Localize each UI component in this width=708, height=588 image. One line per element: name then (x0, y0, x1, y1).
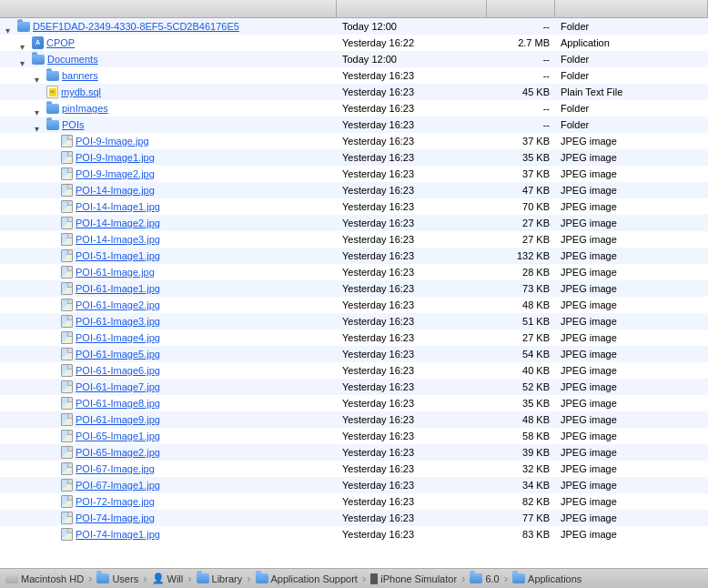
table-row[interactable]: POI-67-Image1.jpgYesterday 16:2334 KBJPE… (0, 477, 708, 493)
jpeg-icon (61, 282, 73, 295)
cell-kind: JPEG image (555, 526, 708, 542)
file-name-link[interactable]: POI-61-Image7.jpg (76, 379, 160, 395)
jpeg-icon (61, 266, 73, 279)
table-row[interactable]: POI-61-Image8.jpgYesterday 16:2335 KBJPE… (0, 395, 708, 411)
table-row[interactable]: POI-14-Image3.jpgYesterday 16:2327 KBJPE… (0, 231, 708, 248)
status-item[interactable]: 👤Will (152, 573, 184, 584)
file-name-link[interactable]: POI-65-Image1.jpg (76, 428, 160, 444)
status-item[interactable]: 6.0 (470, 573, 499, 584)
table-row[interactable]: POI-65-Image1.jpgYesterday 16:2358 KBJPE… (0, 428, 708, 444)
file-name-link[interactable]: POI-67-Image.jpg (76, 461, 155, 477)
table-row[interactable]: POI-61-Image6.jpgYesterday 16:2340 KBJPE… (0, 362, 708, 379)
table-row[interactable]: DocumentsToday 12:00--Folder (0, 51, 708, 67)
file-name-link[interactable]: Documents (47, 51, 98, 67)
cell-date: Yesterday 16:23 (337, 493, 487, 510)
file-name-link[interactable]: POI-65-Image2.jpg (76, 444, 160, 461)
file-name-link[interactable]: POI-14-Image1.jpg (76, 198, 160, 215)
file-name-link[interactable]: POI-67-Image1.jpg (76, 477, 160, 493)
col-header-name[interactable] (0, 0, 337, 17)
status-item[interactable]: Application Support (256, 573, 358, 584)
table-row[interactable]: POI-74-Image1.jpgYesterday 16:2383 KBJPE… (0, 526, 708, 542)
file-name-link[interactable]: POI-61-Image6.jpg (76, 362, 160, 379)
cell-date: Yesterday 16:23 (337, 313, 487, 329)
status-item[interactable]: Macintosh HD (5, 573, 84, 584)
file-name-link[interactable]: POI-14-Image.jpg (76, 182, 155, 198)
table-row[interactable]: POI-61-Image2.jpgYesterday 16:2348 KBJPE… (0, 297, 708, 313)
cell-name: POIs (0, 117, 337, 133)
cell-size: -- (487, 67, 555, 84)
table-row[interactable]: POI-9-Image1.jpgYesterday 16:2335 KBJPEG… (0, 149, 708, 166)
cell-name: POI-74-Image.jpg (0, 510, 337, 526)
cell-size: 2.7 MB (487, 35, 555, 51)
col-header-date[interactable] (337, 0, 487, 17)
file-name-link[interactable]: POI-9-Image1.jpg (76, 149, 155, 166)
file-name-link[interactable]: pinImages (62, 100, 108, 117)
table-row[interactable]: POI-9-Image.jpgYesterday 16:2337 KBJPEG … (0, 133, 708, 149)
file-name-link[interactable]: banners (62, 67, 98, 84)
file-name-link[interactable]: POI-51-Image1.jpg (76, 248, 160, 264)
file-name-link[interactable]: POI-61-Image5.jpg (76, 346, 160, 362)
table-row[interactable]: POI-61-Image.jpgYesterday 16:2328 KBJPEG… (0, 264, 708, 280)
file-name-link[interactable]: POI-14-Image2.jpg (76, 215, 160, 231)
cell-name: Documents (0, 51, 337, 67)
file-name-link[interactable]: mydb.sql (61, 84, 101, 100)
table-row[interactable]: POI-67-Image.jpgYesterday 16:2332 KBJPEG… (0, 461, 708, 477)
file-name-link[interactable]: POI-9-Image2.jpg (76, 166, 155, 182)
file-name-link[interactable]: POI-61-Image3.jpg (76, 313, 160, 329)
table-row[interactable]: pinImagesYesterday 16:23--Folder (0, 100, 708, 117)
table-row[interactable]: POI-9-Image2.jpgYesterday 16:2337 KBJPEG… (0, 166, 708, 182)
table-row[interactable]: POI-51-Image1.jpgYesterday 16:23132 KBJP… (0, 248, 708, 264)
col-header-size[interactable] (487, 0, 555, 17)
table-row[interactable]: POI-72-Image.jpgYesterday 16:2382 KBJPEG… (0, 493, 708, 510)
file-name-link[interactable]: CPOP (46, 35, 75, 51)
file-name-link[interactable]: POI-61-Image.jpg (76, 264, 155, 280)
disclosure-triangle-open[interactable] (20, 55, 29, 64)
table-row[interactable]: POIsYesterday 16:23--Folder (0, 117, 708, 133)
status-item-label: Application Support (271, 573, 358, 584)
disclosure-triangle-open[interactable] (35, 71, 44, 80)
cell-date: Yesterday 16:23 (337, 526, 487, 542)
file-name-link[interactable]: D5EF1DAD-2349-4330-8EF5-5CD2B46176E5 (33, 18, 239, 35)
file-name-link[interactable]: POI-14-Image3.jpg (76, 231, 160, 248)
cell-name: POI-9-Image1.jpg (0, 149, 337, 166)
table-row[interactable]: POI-61-Image4.jpgYesterday 16:2327 KBJPE… (0, 329, 708, 346)
status-item[interactable]: Library (197, 573, 243, 584)
status-item[interactable]: Users (96, 573, 138, 584)
table-row[interactable]: POI-61-Image1.jpgYesterday 16:2373 KBJPE… (0, 280, 708, 297)
cell-date: Yesterday 16:23 (337, 362, 487, 379)
table-row[interactable]: D5EF1DAD-2349-4330-8EF5-5CD2B46176E5Toda… (0, 18, 708, 35)
file-name-link[interactable]: POI-61-Image1.jpg (76, 280, 160, 297)
file-name-link[interactable]: POI-61-Image4.jpg (76, 329, 160, 346)
disclosure-triangle-open[interactable] (35, 104, 44, 113)
table-row[interactable]: POI-14-Image2.jpgYesterday 16:2327 KBJPE… (0, 215, 708, 231)
file-name-link[interactable]: POI-72-Image.jpg (76, 493, 155, 510)
cell-size: 73 KB (487, 280, 555, 297)
disclosure-triangle-open[interactable] (35, 120, 44, 129)
disclosure-triangle-open[interactable] (5, 22, 15, 31)
table-row[interactable]: POI-74-Image.jpgYesterday 16:2377 KBJPEG… (0, 510, 708, 526)
status-item[interactable]: iPhone Simulator (370, 573, 457, 584)
table-row[interactable]: dbmydb.sqlYesterday 16:2345 KBPlain Text… (0, 84, 708, 100)
table-row[interactable]: POI-61-Image3.jpgYesterday 16:2351 KBJPE… (0, 313, 708, 329)
table-row[interactable]: POI-65-Image2.jpgYesterday 16:2339 KBJPE… (0, 444, 708, 461)
jpeg-icon (61, 184, 73, 197)
table-row[interactable]: POI-14-Image.jpgYesterday 16:2347 KBJPEG… (0, 182, 708, 198)
table-row[interactable]: POI-14-Image1.jpgYesterday 16:2370 KBJPE… (0, 198, 708, 215)
file-name-link[interactable]: POI-61-Image2.jpg (76, 297, 160, 313)
file-name-link[interactable]: POI-74-Image1.jpg (76, 526, 160, 542)
table-row[interactable]: ACPOPYesterday 16:222.7 MBApplication (0, 35, 708, 51)
cell-name: POI-9-Image2.jpg (0, 166, 337, 182)
file-name-link[interactable]: POI-61-Image9.jpg (76, 411, 160, 428)
col-header-kind[interactable] (555, 0, 708, 17)
table-row[interactable]: POI-61-Image5.jpgYesterday 16:2354 KBJPE… (0, 346, 708, 362)
table-row[interactable]: POI-61-Image9.jpgYesterday 16:2348 KBJPE… (0, 411, 708, 428)
disclosure-triangle-open[interactable] (20, 38, 29, 47)
file-name-link[interactable]: POI-61-Image8.jpg (76, 395, 160, 411)
file-name-link[interactable]: POI-9-Image.jpg (76, 133, 149, 149)
table-row[interactable]: POI-61-Image7.jpgYesterday 16:2352 KBJPE… (0, 379, 708, 395)
file-name-link[interactable]: POI-74-Image.jpg (76, 510, 155, 526)
status-item-label: Will (167, 573, 184, 584)
table-row[interactable]: bannersYesterday 16:23--Folder (0, 67, 708, 84)
status-item[interactable]: Applications (512, 573, 582, 584)
file-name-link[interactable]: POIs (62, 117, 84, 133)
